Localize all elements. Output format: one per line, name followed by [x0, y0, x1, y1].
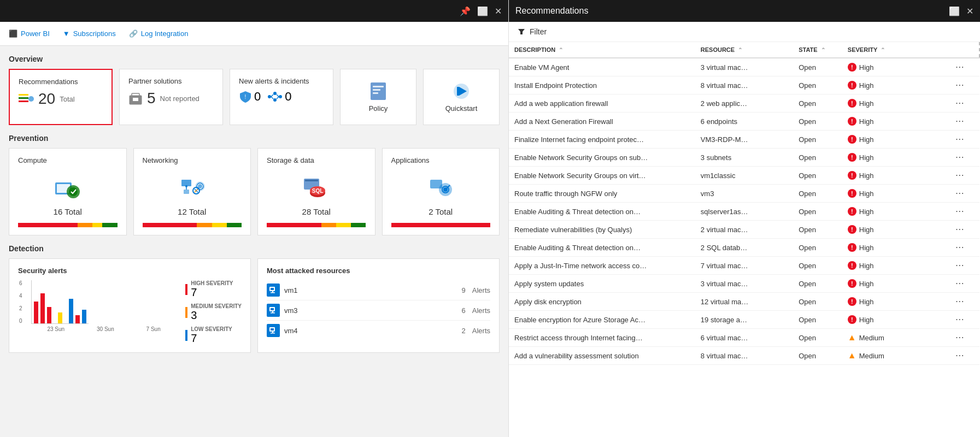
- svg-line-15: [277, 97, 279, 99]
- close-icon[interactable]: ✕: [495, 6, 502, 16]
- new-alerts-card[interactable]: New alerts & incidents ! 0: [230, 69, 333, 125]
- restore-icon[interactable]: ⬜: [477, 6, 488, 16]
- quickstart-card[interactable]: Quickstart: [423, 69, 500, 125]
- row-more[interactable]: ···: [950, 311, 979, 329]
- high-severity-icon: !: [848, 315, 856, 324]
- table-row[interactable]: Add a web application firewall2 web appl…: [509, 95, 979, 113]
- table-row[interactable]: Add a vulnerability assessment solution8…: [509, 347, 979, 365]
- row-state: Open: [793, 347, 842, 365]
- table-row[interactable]: Remediate vulnerabilities (by Qualys)2 v…: [509, 221, 979, 239]
- nav-item-log-integration[interactable]: 🔗 Log Integration: [129, 29, 189, 38]
- resource-sort-icon[interactable]: ⌃: [738, 47, 742, 53]
- table-row[interactable]: Apply a Just-In-Time network access co…7…: [509, 257, 979, 275]
- row-description: Enable VM Agent: [509, 58, 695, 76]
- networking-icon: [143, 169, 242, 207]
- compute-card[interactable]: Compute 16 Total: [9, 148, 127, 235]
- high-severity-icon: !: [848, 189, 856, 198]
- row-more[interactable]: ···: [950, 185, 979, 203]
- security-alerts-card[interactable]: Security alerts 6 4 2 0: [9, 258, 251, 353]
- row-more[interactable]: ···: [950, 257, 979, 275]
- right-panel: Recommendations ⬜ ✕ Filter DESCRIPTION ⌃…: [508, 0, 980, 437]
- detection-title: Detection: [9, 244, 500, 253]
- severity-label: High: [859, 208, 874, 216]
- recommendations-card[interactable]: Recommendations 20 Total: [9, 69, 113, 125]
- col-description[interactable]: DESCRIPTION ⌃: [509, 42, 695, 58]
- nav-item-log-integration-label: Log Integration: [141, 29, 189, 38]
- prevention-title: Prevention: [9, 134, 500, 143]
- svg-rect-48: [271, 292, 275, 293]
- attacked-vm1-label: Alerts: [472, 286, 490, 294]
- table-row[interactable]: Route traffic through NGFW onlyvm3Open!H…: [509, 185, 979, 203]
- row-more[interactable]: ···: [950, 239, 979, 257]
- table-row[interactable]: Enable Network Security Groups on virt…v…: [509, 167, 979, 185]
- attacked-item-vm3[interactable]: vm3 6 Alerts: [267, 300, 490, 321]
- row-more[interactable]: ···: [950, 221, 979, 239]
- row-resource: 8 virtual mac…: [695, 76, 793, 95]
- row-more[interactable]: ···: [950, 76, 979, 95]
- col-resource[interactable]: RESOURCE ⌃: [695, 42, 793, 58]
- row-more[interactable]: ···: [950, 203, 979, 221]
- row-more[interactable]: ···: [950, 329, 979, 347]
- networking-card[interactable]: Networking: [133, 148, 251, 235]
- col-state[interactable]: STATE ⌃: [793, 42, 842, 58]
- table-row[interactable]: Restrict access through Internet facing……: [509, 329, 979, 347]
- applications-card[interactable]: Applications 2 Total: [382, 148, 500, 235]
- row-resource: 8 virtual mac…: [695, 347, 793, 365]
- row-severity: !High: [842, 113, 950, 131]
- table-row[interactable]: Enable encryption for Azure Storage Ac…1…: [509, 311, 979, 329]
- svg-rect-55: [272, 332, 273, 333]
- table-row[interactable]: Finalize Internet facing endpoint protec…: [509, 131, 979, 149]
- table-row[interactable]: Apply system updates3 virtual mac…Open!H…: [509, 275, 979, 293]
- storage-card[interactable]: Storage & data SQL 28 Total: [257, 148, 375, 235]
- policy-card[interactable]: Policy: [340, 69, 416, 125]
- table-row[interactable]: Add a Next Generation Firewall6 endpoint…: [509, 113, 979, 131]
- col-severity[interactable]: SEVERITY ⌃: [842, 42, 950, 58]
- row-more[interactable]: ···: [950, 149, 979, 167]
- high-severity-icon: !: [848, 171, 856, 180]
- attacked-vm1-name: vm1: [284, 286, 457, 294]
- partner-solutions-card[interactable]: Partner solutions 5 Not reported: [119, 69, 223, 125]
- svg-rect-18: [373, 89, 380, 91]
- table-row[interactable]: Apply disk encryption12 virtual ma…Open!…: [509, 293, 979, 311]
- attacked-item-vm4[interactable]: vm4 2 Alerts: [267, 321, 490, 340]
- row-more[interactable]: ···: [950, 113, 979, 131]
- recs-table: DESCRIPTION ⌃ RESOURCE ⌃ STATE ⌃ SEVERIT…: [509, 42, 980, 365]
- description-sort-icon[interactable]: ⌃: [559, 47, 563, 53]
- table-row[interactable]: Enable Auditing & Threat detection on…2 …: [509, 239, 979, 257]
- table-row[interactable]: Enable Auditing & Threat detection on…sq…: [509, 203, 979, 221]
- severity-label: High: [859, 316, 874, 324]
- row-state: Open: [793, 76, 842, 95]
- row-resource: 2 SQL datab…: [695, 239, 793, 257]
- table-row[interactable]: Enable Network Security Groups on sub…3 …: [509, 149, 979, 167]
- nav-item-subscriptions[interactable]: ▼ Subscriptions: [63, 29, 116, 38]
- attacked-item-vm1[interactable]: vm1 9 Alerts: [267, 280, 490, 300]
- row-more[interactable]: ···: [950, 131, 979, 149]
- table-row[interactable]: Enable VM Agent3 virtual mac…Open!High··…: [509, 58, 979, 76]
- row-resource: 12 virtual ma…: [695, 293, 793, 311]
- row-severity: !High: [842, 185, 950, 203]
- row-severity: !High: [842, 149, 950, 167]
- pin-icon[interactable]: 📌: [460, 6, 471, 16]
- severity-sort-icon[interactable]: ⌃: [881, 47, 885, 53]
- row-more[interactable]: ···: [950, 275, 979, 293]
- row-more[interactable]: ···: [950, 167, 979, 185]
- svg-point-9: [273, 92, 277, 95]
- state-sort-icon[interactable]: ⌃: [821, 47, 825, 53]
- row-more[interactable]: ···: [950, 95, 979, 113]
- recommendations-table: DESCRIPTION ⌃ RESOURCE ⌃ STATE ⌃ SEVERIT…: [509, 42, 980, 437]
- storage-total: 28 Total: [267, 207, 366, 216]
- row-more[interactable]: ···: [950, 293, 979, 311]
- nav-item-powerbi[interactable]: ⬛ Power BI: [9, 29, 50, 38]
- bars-container: 6 4 2 0: [31, 280, 177, 324]
- applications-bar: [391, 223, 491, 227]
- networking-title: Networking: [143, 156, 242, 164]
- row-more[interactable]: ···: [950, 347, 979, 365]
- table-row[interactable]: Install Endpoint Protection8 virtual mac…: [509, 76, 979, 95]
- row-state: Open: [793, 167, 842, 185]
- row-more[interactable]: ···: [950, 58, 979, 76]
- nav-item-powerbi-label: Power BI: [21, 29, 50, 38]
- most-attacked-card[interactable]: Most attacked resources: [257, 258, 500, 353]
- table-header: DESCRIPTION ⌃ RESOURCE ⌃ STATE ⌃ SEVERIT…: [509, 42, 979, 58]
- right-restore-icon[interactable]: ⬜: [949, 6, 960, 16]
- right-close-icon[interactable]: ✕: [966, 6, 973, 16]
